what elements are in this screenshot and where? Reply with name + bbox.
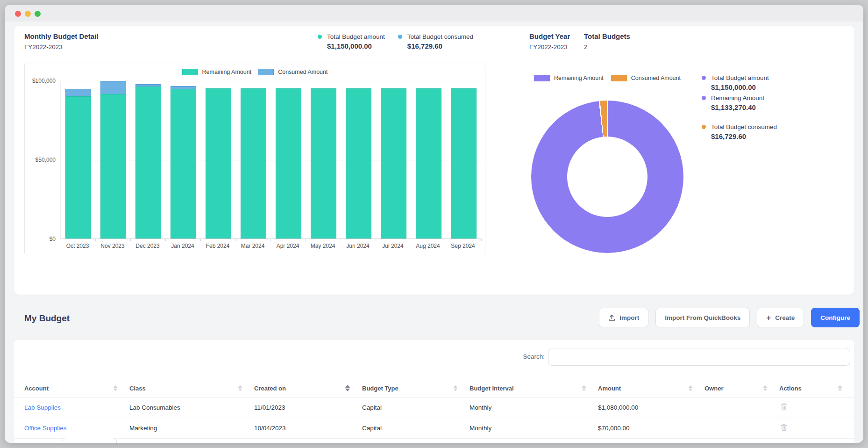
legend-consumed: Consumed Amount xyxy=(611,75,681,81)
column-label: Budget Interval xyxy=(470,385,514,392)
cell-created_on: 11/01/2023 xyxy=(254,404,362,411)
x-label: Feb 2024 xyxy=(200,243,235,249)
delete-button[interactable] xyxy=(779,424,789,433)
budget-table-card: Search: AccountClassCreated onBudget Typ… xyxy=(14,340,854,443)
configure-button[interactable]: Configure xyxy=(811,308,860,327)
panel-divider xyxy=(508,30,508,289)
cell-class: Lab Consumables xyxy=(129,404,254,411)
remaining-segment xyxy=(100,94,126,238)
tick-mark xyxy=(165,239,166,241)
sort-up-icon xyxy=(238,385,242,388)
stat-label: Total Budget consumed xyxy=(711,123,777,130)
bar-chart-subtitle: FY2022-2023 xyxy=(24,43,63,51)
summary-total-consumed: Total Budget consumed $16,729.60 xyxy=(398,33,473,50)
bar-jan-2024[interactable] xyxy=(171,86,196,239)
bar-dec-2023[interactable] xyxy=(135,84,161,238)
page-size-select[interactable] xyxy=(62,438,117,443)
column-header-owner[interactable]: Owner xyxy=(704,385,779,392)
remaining-segment xyxy=(416,88,441,238)
trash-icon xyxy=(781,403,787,411)
tick-mark xyxy=(481,239,482,241)
column-label: Created on xyxy=(254,385,286,392)
import-button[interactable]: Import xyxy=(599,308,648,327)
titlebar xyxy=(5,5,863,22)
summary-label: Total Budget amount xyxy=(327,33,385,40)
configure-button-label: Configure xyxy=(820,314,850,321)
budget-year-value: FY2022-2023 xyxy=(529,43,570,51)
close-window-button[interactable] xyxy=(15,11,21,17)
table-body: Lab SuppliesLab Consumables11/01/2023Cap… xyxy=(14,397,854,439)
column-header-budget-type[interactable]: Budget Type xyxy=(362,385,470,392)
sort-down-icon xyxy=(582,389,586,391)
column-header-created-on[interactable]: Created on xyxy=(254,385,362,392)
cell-account[interactable]: Office Supplies xyxy=(24,425,129,432)
bar-sep-2024[interactable] xyxy=(451,88,477,238)
bar-mar-2024[interactable] xyxy=(241,88,266,238)
sort-up-icon xyxy=(582,385,586,388)
stat-total-budget: Total Budget amount $1,150,000.00 xyxy=(702,74,777,91)
x-label: Dec 2023 xyxy=(130,243,165,249)
bar-oct-2023[interactable] xyxy=(65,89,91,238)
bar-nov-2023[interactable] xyxy=(100,81,126,238)
cell-account[interactable]: Lab Supplies xyxy=(24,404,129,411)
cell-actions xyxy=(779,403,854,412)
sort-arrows-icon xyxy=(114,385,117,391)
remaining-segment xyxy=(381,88,406,238)
column-header-class[interactable]: Class xyxy=(129,385,254,392)
cell-class: Marketing xyxy=(129,425,254,432)
tick-mark xyxy=(95,239,96,241)
import-from-quickbooks-button[interactable]: Import From QuickBooks xyxy=(655,308,750,327)
bar-feb-2024[interactable] xyxy=(206,88,231,238)
column-header-account[interactable]: Account xyxy=(24,385,129,392)
search-input[interactable] xyxy=(548,348,850,366)
legend-label: Consumed Amount xyxy=(278,69,327,75)
x-axis-labels: Oct 2023Nov 2023Dec 2023Jan 2024Feb 2024… xyxy=(60,243,482,250)
minimize-window-button[interactable] xyxy=(25,11,31,17)
remaining-swatch-icon xyxy=(182,69,198,75)
create-button[interactable]: + Create xyxy=(757,308,804,327)
legend-label: Remaining Amount xyxy=(554,75,604,81)
orange-dot-icon xyxy=(702,125,706,129)
stat-label: Total Budget amount xyxy=(711,74,769,81)
budget-summary: Total Budget amount $1,150,000.00 Total … xyxy=(318,33,473,50)
summary-label: Total Budget consumed xyxy=(407,33,473,40)
bar-apr-2024[interactable] xyxy=(276,88,301,238)
total-budgets-value: 2 xyxy=(584,43,630,51)
legend-label: Consumed Amount xyxy=(631,75,681,81)
remaining-segment xyxy=(346,88,371,238)
zoom-window-button[interactable] xyxy=(35,11,41,17)
cell-budget_type: Capital xyxy=(362,404,470,411)
column-header-actions[interactable]: Actions xyxy=(779,385,854,392)
budget-donut-chart[interactable] xyxy=(531,101,683,253)
consumed-segment xyxy=(65,89,91,97)
sort-up-icon xyxy=(763,385,767,388)
bar-jul-2024[interactable] xyxy=(381,88,406,238)
donut-stats: Total Budget amount $1,150,000.00 Remain… xyxy=(702,74,777,144)
bar-may-2024[interactable] xyxy=(311,88,336,238)
column-label: Owner xyxy=(704,385,723,392)
sort-arrows-icon xyxy=(838,385,842,391)
consumed-swatch-icon xyxy=(611,75,627,81)
app-window: Monthly Budget Detail FY2022-2023 Total … xyxy=(5,5,863,443)
column-header-amount[interactable]: Amount xyxy=(598,385,704,392)
upload-icon xyxy=(608,314,615,321)
bar-jun-2024[interactable] xyxy=(346,88,371,238)
column-label: Account xyxy=(24,385,49,392)
column-header-budget-interval[interactable]: Budget Interval xyxy=(470,385,598,392)
summary-value: $1,150,000.00 xyxy=(327,42,385,50)
sort-up-icon xyxy=(114,385,117,388)
bar-aug-2024[interactable] xyxy=(416,88,441,238)
remaining-swatch-icon xyxy=(534,75,550,81)
total-budgets-block: Total Budgets 2 xyxy=(584,32,630,51)
legend-label: Remaining Amount xyxy=(202,69,252,75)
stat-value: $16,729.60 xyxy=(711,132,777,140)
sort-down-icon xyxy=(689,389,692,391)
sort-arrows-icon xyxy=(345,385,350,391)
bar-chart-title: Monthly Budget Detail xyxy=(24,32,98,40)
donut-hole xyxy=(567,137,647,217)
delete-button[interactable] xyxy=(779,403,789,412)
table-row: Office SuppliesMarketing10/04/2023Capita… xyxy=(14,418,854,439)
consumed-swatch-icon xyxy=(258,69,274,75)
x-label: Jan 2024 xyxy=(165,243,200,249)
stat-label: Remaining Amount xyxy=(711,94,764,101)
